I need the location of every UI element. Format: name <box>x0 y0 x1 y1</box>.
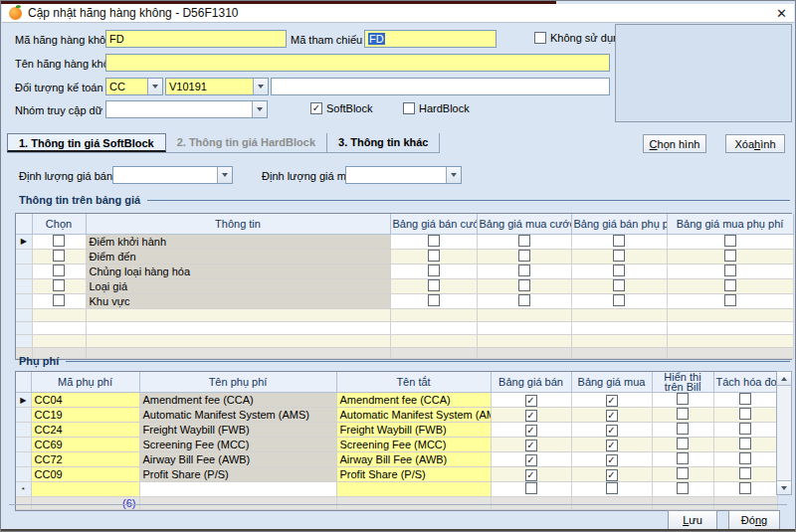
scroll-up-icon[interactable] <box>777 372 791 386</box>
price-flag-cell[interactable] <box>477 249 571 264</box>
dong-button[interactable]: Đóng <box>728 510 780 530</box>
flag-cell[interactable] <box>713 408 777 423</box>
checkbox[interactable] <box>613 265 625 276</box>
checkbox[interactable] <box>677 423 689 435</box>
checkbox[interactable] <box>606 395 618 407</box>
close-icon[interactable]: ✕ <box>776 7 787 20</box>
checkbox[interactable] <box>525 482 537 494</box>
vertical-scrollbar[interactable] <box>776 371 792 495</box>
flag-cell[interactable] <box>713 452 777 467</box>
flag-cell[interactable] <box>652 393 713 408</box>
short-name-cell[interactable]: Airway Bill Fee (AWB) <box>336 452 491 467</box>
price-flag-cell[interactable] <box>667 234 793 249</box>
flag-cell[interactable] <box>652 438 713 452</box>
chevron-down-icon[interactable] <box>252 101 267 117</box>
checkbox[interactable] <box>739 482 751 494</box>
flag-cell[interactable] <box>652 423 713 438</box>
ma-hang-input[interactable]: FD <box>105 30 287 48</box>
checkbox[interactable] <box>525 395 537 407</box>
short-name-cell[interactable]: Freight Waybill (FWB) <box>336 423 491 438</box>
doi-tuong-code-combo[interactable]: V10191 <box>165 78 269 95</box>
checkbox[interactable] <box>724 294 736 306</box>
price-flag-cell[interactable] <box>667 278 793 293</box>
flag-cell[interactable] <box>571 452 652 467</box>
short-name-cell[interactable]: Screening Fee (MCC) <box>336 438 491 452</box>
checkbox[interactable] <box>428 279 440 291</box>
chon-hinh-button[interactable]: Chọn hình <box>643 134 706 153</box>
flag-cell[interactable] <box>571 438 652 452</box>
checkbox[interactable] <box>724 250 736 262</box>
checkbox[interactable] <box>739 438 751 449</box>
price-flag-cell[interactable] <box>390 234 477 249</box>
price-flag-cell[interactable] <box>571 278 667 293</box>
select-cell[interactable] <box>32 278 86 293</box>
checkbox[interactable] <box>739 467 751 479</box>
checkbox[interactable] <box>613 250 625 262</box>
select-cell[interactable] <box>32 249 86 264</box>
checkbox[interactable] <box>518 265 530 276</box>
checkbox[interactable] <box>428 294 440 306</box>
flag-cell[interactable] <box>491 423 571 438</box>
checkbox[interactable] <box>606 469 618 481</box>
short-name-cell[interactable] <box>336 482 491 497</box>
checkbox[interactable] <box>739 423 751 435</box>
checkbox[interactable] <box>677 482 689 494</box>
checkbox[interactable] <box>613 294 625 306</box>
code-cell[interactable]: CC24 <box>31 423 139 438</box>
name-cell[interactable] <box>139 482 336 497</box>
checkbox[interactable] <box>613 279 625 291</box>
flag-cell[interactable] <box>652 482 713 497</box>
flag-cell[interactable] <box>713 393 777 408</box>
checkbox[interactable] <box>724 235 736 247</box>
checkbox[interactable] <box>739 393 751 405</box>
flag-cell[interactable] <box>713 467 777 482</box>
code-cell[interactable]: CC09 <box>31 467 139 482</box>
checkbox[interactable] <box>606 440 618 451</box>
tab-thong-tin-khac[interactable]: 3. Thông tin khác <box>327 133 440 152</box>
checkbox[interactable] <box>53 235 65 247</box>
ma-tham-chieu-input[interactable]: FD <box>364 30 497 48</box>
flag-cell[interactable] <box>652 467 713 482</box>
checkbox[interactable] <box>525 469 537 481</box>
checkbox[interactable] <box>724 265 736 276</box>
flag-cell[interactable] <box>571 423 652 438</box>
tab-thong-tin-gia-softblock[interactable]: 1. Thông tin giá SoftBlock <box>7 133 166 152</box>
checkbox[interactable] <box>428 250 440 262</box>
checkbox[interactable] <box>53 279 65 291</box>
flag-cell[interactable] <box>713 482 777 497</box>
checkbox[interactable] <box>53 250 65 262</box>
checkbox[interactable] <box>525 425 537 437</box>
checkbox[interactable] <box>739 408 751 420</box>
checkbox[interactable] <box>518 294 530 306</box>
dinh-luong-mua-combo[interactable] <box>345 166 462 184</box>
price-flag-cell[interactable] <box>477 278 571 293</box>
flag-cell[interactable] <box>571 393 652 408</box>
price-flag-cell[interactable] <box>571 293 667 308</box>
flag-cell[interactable] <box>652 452 713 467</box>
price-flag-cell[interactable] <box>667 293 793 308</box>
chevron-down-icon[interactable] <box>253 79 268 94</box>
select-cell[interactable] <box>32 234 86 249</box>
price-flag-cell[interactable] <box>390 293 477 308</box>
code-cell[interactable]: CC69 <box>31 438 139 452</box>
flag-cell[interactable] <box>491 452 571 467</box>
price-flag-cell[interactable] <box>477 293 571 308</box>
checkbox[interactable] <box>606 454 618 466</box>
checkbox[interactable] <box>525 454 537 466</box>
checkbox[interactable] <box>428 265 440 276</box>
flag-cell[interactable] <box>491 467 571 482</box>
price-flag-cell[interactable] <box>390 249 477 264</box>
flag-cell[interactable] <box>491 408 571 423</box>
checkbox[interactable] <box>428 235 440 247</box>
short-name-cell[interactable]: Automatic Manifest System (AMS) <box>336 408 491 423</box>
price-flag-cell[interactable] <box>390 278 477 293</box>
checkbox[interactable] <box>677 438 689 449</box>
hardblock-checkbox[interactable]: HardBlock <box>403 102 470 114</box>
ten-hang-input[interactable] <box>105 54 610 72</box>
checkbox[interactable] <box>677 452 689 464</box>
select-cell[interactable] <box>32 264 86 278</box>
flag-cell[interactable] <box>652 408 713 423</box>
chevron-down-icon[interactable] <box>147 79 162 94</box>
checkbox[interactable] <box>53 294 65 306</box>
code-cell[interactable] <box>31 482 139 497</box>
